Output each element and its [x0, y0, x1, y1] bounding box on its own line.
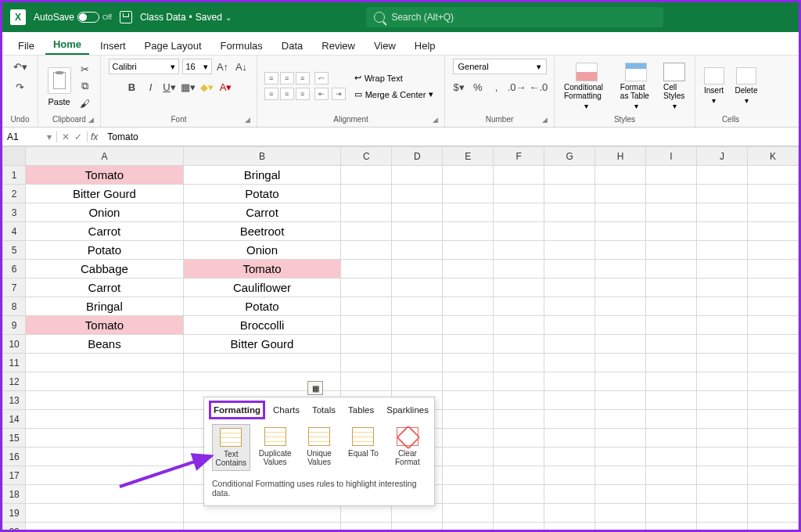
cell[interactable]	[392, 354, 443, 372]
cell[interactable]: Bitter Gourd	[26, 185, 184, 203]
cell[interactable]	[646, 222, 697, 241]
quick-option-text-contains[interactable]: Text Contains	[212, 424, 250, 471]
cell[interactable]	[544, 260, 595, 279]
cell[interactable]	[696, 448, 747, 466]
cell[interactable]	[544, 335, 595, 354]
cell[interactable]: Tomato	[26, 166, 184, 185]
cell[interactable]	[646, 429, 697, 448]
cell[interactable]	[595, 279, 646, 297]
row-header[interactable]: 10	[3, 335, 26, 354]
tab-formulas[interactable]: Formulas	[213, 35, 271, 55]
column-header-D[interactable]: D	[392, 147, 443, 166]
cell[interactable]	[595, 335, 646, 354]
cell[interactable]	[26, 466, 184, 485]
cell[interactable]	[341, 354, 392, 372]
formula-input[interactable]: Tomato	[101, 131, 799, 142]
cell[interactable]	[646, 354, 697, 372]
cell[interactable]	[544, 410, 595, 429]
cell[interactable]	[696, 466, 747, 485]
quick-analysis-icon[interactable]: ▦	[307, 381, 323, 395]
cell[interactable]	[696, 222, 747, 241]
tab-file[interactable]: File	[10, 35, 42, 55]
cell[interactable]	[747, 391, 798, 410]
quick-tab-sparklines[interactable]: Sparklines	[385, 404, 430, 416]
cell[interactable]	[341, 222, 392, 241]
cell[interactable]	[392, 241, 443, 260]
cell[interactable]	[341, 523, 392, 530]
border-button[interactable]: ▦▾	[181, 79, 196, 95]
cell[interactable]	[747, 372, 798, 391]
cell[interactable]	[646, 260, 697, 279]
cell[interactable]	[595, 260, 646, 279]
cell[interactable]	[696, 354, 747, 372]
cell[interactable]	[544, 429, 595, 448]
cell[interactable]	[443, 485, 494, 504]
align-bottom-icon[interactable]: ≡	[296, 72, 310, 84]
cell[interactable]	[747, 203, 798, 222]
cell[interactable]	[646, 391, 697, 410]
cell[interactable]	[696, 316, 747, 335]
cell[interactable]	[26, 448, 184, 466]
cell[interactable]	[646, 279, 697, 297]
redo-icon[interactable]: ↷	[13, 79, 28, 95]
cell[interactable]	[544, 448, 595, 466]
cell[interactable]	[341, 279, 392, 297]
cell[interactable]	[595, 372, 646, 391]
cell[interactable]	[26, 485, 184, 504]
cell[interactable]: Carrot	[183, 203, 341, 222]
cell[interactable]	[26, 429, 184, 448]
cell[interactable]	[646, 297, 697, 316]
cell[interactable]	[443, 279, 494, 297]
cell[interactable]	[341, 372, 392, 391]
cell[interactable]	[696, 241, 747, 260]
cell[interactable]	[494, 185, 544, 203]
save-icon[interactable]	[120, 11, 132, 23]
cell[interactable]	[646, 410, 697, 429]
cell[interactable]	[646, 485, 697, 504]
row-header[interactable]: 8	[3, 297, 26, 316]
cell[interactable]	[341, 316, 392, 335]
cell[interactable]	[544, 372, 595, 391]
cell[interactable]	[595, 297, 646, 316]
cell[interactable]	[443, 354, 494, 372]
quick-option-duplicate-values[interactable]: Duplicate Values	[257, 424, 294, 471]
cell[interactable]	[392, 222, 443, 241]
cell[interactable]	[747, 485, 798, 504]
cell[interactable]	[544, 241, 595, 260]
cell[interactable]	[747, 523, 798, 530]
orientation-icon[interactable]: ⤺	[314, 72, 329, 84]
column-header-F[interactable]: F	[494, 147, 544, 166]
cell[interactable]	[443, 410, 494, 429]
column-header-C[interactable]: C	[341, 147, 392, 166]
undo-icon[interactable]: ↶▾	[13, 59, 28, 74]
row-header[interactable]: 12	[3, 372, 26, 391]
cell[interactable]	[544, 391, 595, 410]
cell[interactable]: Carrot	[26, 279, 184, 297]
cell[interactable]	[646, 504, 697, 523]
cell[interactable]	[26, 504, 184, 523]
cell[interactable]	[341, 260, 392, 279]
cell[interactable]	[494, 410, 544, 429]
cell[interactable]	[747, 185, 798, 203]
cell[interactable]: Tomato	[183, 260, 341, 279]
cell[interactable]	[544, 485, 595, 504]
cell[interactable]	[696, 391, 747, 410]
dialog-launcher-icon[interactable]: ◢	[88, 116, 94, 124]
cell[interactable]	[341, 166, 392, 185]
cell[interactable]: Broccolli	[183, 316, 341, 335]
cell[interactable]	[544, 523, 595, 530]
cell[interactable]	[443, 241, 494, 260]
enter-formula-icon[interactable]: ✓	[74, 131, 82, 142]
cell[interactable]	[696, 410, 747, 429]
cell[interactable]	[26, 354, 184, 372]
cell[interactable]: Potato	[26, 241, 184, 260]
comma-icon[interactable]: ,	[489, 79, 505, 95]
cell[interactable]	[595, 166, 646, 185]
cell[interactable]: Beetroot	[183, 222, 341, 241]
column-header-J[interactable]: J	[696, 147, 747, 166]
cell[interactable]	[544, 279, 595, 297]
quick-option-clear-format[interactable]: Clear Format	[389, 424, 426, 471]
cell[interactable]	[544, 354, 595, 372]
align-right-icon[interactable]: ≡	[296, 88, 310, 100]
cell[interactable]: Onion	[183, 241, 341, 260]
